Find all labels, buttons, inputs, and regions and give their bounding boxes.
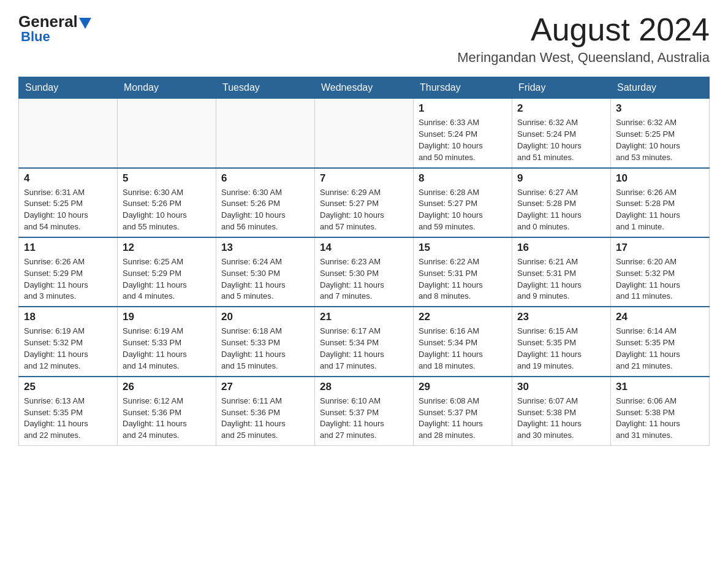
day-info: Sunrise: 6:13 AMSunset: 5:35 PMDaylight:… (24, 396, 112, 442)
calendar-cell: 20Sunrise: 6:18 AMSunset: 5:33 PMDayligh… (216, 307, 315, 376)
calendar-cell (216, 99, 315, 168)
day-number: 15 (419, 242, 507, 254)
calendar-cell (315, 99, 414, 168)
day-number: 26 (123, 381, 211, 393)
day-number: 27 (221, 381, 309, 393)
calendar-cell: 21Sunrise: 6:17 AMSunset: 5:34 PMDayligh… (315, 307, 414, 376)
day-info: Sunrise: 6:30 AMSunset: 5:26 PMDaylight:… (221, 187, 309, 233)
day-info: Sunrise: 6:19 AMSunset: 5:32 PMDaylight:… (24, 326, 112, 372)
calendar-day-header: Saturday (611, 77, 710, 99)
calendar-cell: 4Sunrise: 6:31 AMSunset: 5:25 PMDaylight… (19, 168, 118, 237)
day-info: Sunrise: 6:16 AMSunset: 5:34 PMDaylight:… (419, 326, 507, 372)
calendar-cell: 29Sunrise: 6:08 AMSunset: 5:37 PMDayligh… (414, 377, 512, 446)
calendar-week-row: 1Sunrise: 6:33 AMSunset: 5:24 PMDaylight… (19, 99, 710, 168)
day-info: Sunrise: 6:25 AMSunset: 5:29 PMDaylight:… (123, 256, 211, 302)
calendar-cell: 23Sunrise: 6:15 AMSunset: 5:35 PMDayligh… (512, 307, 611, 376)
day-number: 18 (24, 311, 112, 323)
day-number: 20 (221, 311, 309, 323)
day-info: Sunrise: 6:28 AMSunset: 5:27 PMDaylight:… (419, 187, 507, 233)
calendar-cell: 9Sunrise: 6:27 AMSunset: 5:28 PMDaylight… (512, 168, 611, 237)
day-info: Sunrise: 6:17 AMSunset: 5:34 PMDaylight:… (320, 326, 408, 372)
day-number: 12 (123, 242, 211, 254)
day-info: Sunrise: 6:12 AMSunset: 5:36 PMDaylight:… (123, 396, 211, 442)
day-number: 17 (616, 242, 704, 254)
calendar-day-header: Sunday (19, 77, 118, 99)
calendar-table: SundayMondayTuesdayWednesdayThursdayFrid… (18, 77, 710, 446)
calendar-cell: 6Sunrise: 6:30 AMSunset: 5:26 PMDaylight… (216, 168, 315, 237)
day-number: 29 (419, 381, 507, 393)
day-info: Sunrise: 6:10 AMSunset: 5:37 PMDaylight:… (320, 396, 408, 442)
calendar-cell: 19Sunrise: 6:19 AMSunset: 5:33 PMDayligh… (118, 307, 216, 376)
day-number: 1 (419, 102, 507, 115)
day-info: Sunrise: 6:33 AMSunset: 5:24 PMDaylight:… (419, 117, 507, 163)
day-info: Sunrise: 6:18 AMSunset: 5:33 PMDaylight:… (221, 326, 309, 372)
day-number: 25 (24, 381, 112, 393)
day-number: 7 (320, 172, 408, 185)
calendar-header-row: SundayMondayTuesdayWednesdayThursdayFrid… (19, 77, 710, 99)
calendar-cell: 17Sunrise: 6:20 AMSunset: 5:32 PMDayligh… (611, 237, 710, 307)
day-number: 11 (24, 242, 112, 254)
calendar-cell: 25Sunrise: 6:13 AMSunset: 5:35 PMDayligh… (19, 377, 118, 446)
day-number: 13 (221, 242, 309, 254)
calendar-day-header: Monday (118, 77, 216, 99)
day-number: 3 (616, 102, 704, 115)
calendar-day-header: Wednesday (315, 77, 414, 99)
day-number: 8 (419, 172, 507, 185)
calendar-day-header: Tuesday (216, 77, 315, 99)
day-number: 4 (24, 172, 112, 185)
day-number: 16 (517, 242, 605, 254)
day-info: Sunrise: 6:07 AMSunset: 5:38 PMDaylight:… (517, 396, 605, 442)
calendar-week-row: 18Sunrise: 6:19 AMSunset: 5:32 PMDayligh… (19, 307, 710, 376)
day-number: 5 (123, 172, 211, 185)
calendar-cell: 10Sunrise: 6:26 AMSunset: 5:28 PMDayligh… (611, 168, 710, 237)
calendar-cell (118, 99, 216, 168)
day-info: Sunrise: 6:32 AMSunset: 5:25 PMDaylight:… (616, 117, 704, 163)
day-info: Sunrise: 6:29 AMSunset: 5:27 PMDaylight:… (320, 187, 408, 233)
calendar-cell: 15Sunrise: 6:22 AMSunset: 5:31 PMDayligh… (414, 237, 512, 307)
day-info: Sunrise: 6:20 AMSunset: 5:32 PMDaylight:… (616, 256, 704, 302)
day-info: Sunrise: 6:31 AMSunset: 5:25 PMDaylight:… (24, 187, 112, 233)
day-number: 31 (616, 381, 704, 393)
page-header: General Blue August 2024 Meringandan Wes… (18, 12, 710, 66)
day-info: Sunrise: 6:08 AMSunset: 5:37 PMDaylight:… (419, 396, 507, 442)
day-info: Sunrise: 6:26 AMSunset: 5:29 PMDaylight:… (24, 256, 112, 302)
day-number: 10 (616, 172, 704, 185)
calendar-cell: 8Sunrise: 6:28 AMSunset: 5:27 PMDaylight… (414, 168, 512, 237)
day-number: 14 (320, 242, 408, 254)
calendar-cell: 16Sunrise: 6:21 AMSunset: 5:31 PMDayligh… (512, 237, 611, 307)
calendar-week-row: 11Sunrise: 6:26 AMSunset: 5:29 PMDayligh… (19, 237, 710, 307)
logo-sub: Blue (21, 29, 50, 45)
day-info: Sunrise: 6:19 AMSunset: 5:33 PMDaylight:… (123, 326, 211, 372)
calendar-day-header: Friday (512, 77, 611, 99)
day-info: Sunrise: 6:27 AMSunset: 5:28 PMDaylight:… (517, 187, 605, 233)
day-number: 9 (517, 172, 605, 185)
calendar-cell: 30Sunrise: 6:07 AMSunset: 5:38 PMDayligh… (512, 377, 611, 446)
logo: General Blue (18, 12, 91, 45)
month-title: August 2024 (457, 12, 710, 47)
day-info: Sunrise: 6:24 AMSunset: 5:30 PMDaylight:… (221, 256, 309, 302)
calendar-cell: 5Sunrise: 6:30 AMSunset: 5:26 PMDaylight… (118, 168, 216, 237)
calendar-cell: 3Sunrise: 6:32 AMSunset: 5:25 PMDaylight… (611, 99, 710, 168)
location-title: Meringandan West, Queensland, Australia (457, 50, 710, 66)
day-info: Sunrise: 6:30 AMSunset: 5:26 PMDaylight:… (123, 187, 211, 233)
calendar-cell: 24Sunrise: 6:14 AMSunset: 5:35 PMDayligh… (611, 307, 710, 376)
day-info: Sunrise: 6:14 AMSunset: 5:35 PMDaylight:… (616, 326, 704, 372)
calendar-cell: 13Sunrise: 6:24 AMSunset: 5:30 PMDayligh… (216, 237, 315, 307)
day-number: 24 (616, 311, 704, 323)
day-number: 23 (517, 311, 605, 323)
calendar-cell: 31Sunrise: 6:06 AMSunset: 5:38 PMDayligh… (611, 377, 710, 446)
day-info: Sunrise: 6:15 AMSunset: 5:35 PMDaylight:… (517, 326, 605, 372)
calendar-day-header: Thursday (414, 77, 512, 99)
calendar-cell: 18Sunrise: 6:19 AMSunset: 5:32 PMDayligh… (19, 307, 118, 376)
calendar-cell: 7Sunrise: 6:29 AMSunset: 5:27 PMDaylight… (315, 168, 414, 237)
calendar-cell: 11Sunrise: 6:26 AMSunset: 5:29 PMDayligh… (19, 237, 118, 307)
day-info: Sunrise: 6:23 AMSunset: 5:30 PMDaylight:… (320, 256, 408, 302)
calendar-cell: 22Sunrise: 6:16 AMSunset: 5:34 PMDayligh… (414, 307, 512, 376)
calendar-week-row: 25Sunrise: 6:13 AMSunset: 5:35 PMDayligh… (19, 377, 710, 446)
day-info: Sunrise: 6:26 AMSunset: 5:28 PMDaylight:… (616, 187, 704, 233)
day-info: Sunrise: 6:06 AMSunset: 5:38 PMDaylight:… (616, 396, 704, 442)
calendar-cell (19, 99, 118, 168)
calendar-cell: 28Sunrise: 6:10 AMSunset: 5:37 PMDayligh… (315, 377, 414, 446)
day-number: 28 (320, 381, 408, 393)
day-number: 2 (517, 102, 605, 115)
